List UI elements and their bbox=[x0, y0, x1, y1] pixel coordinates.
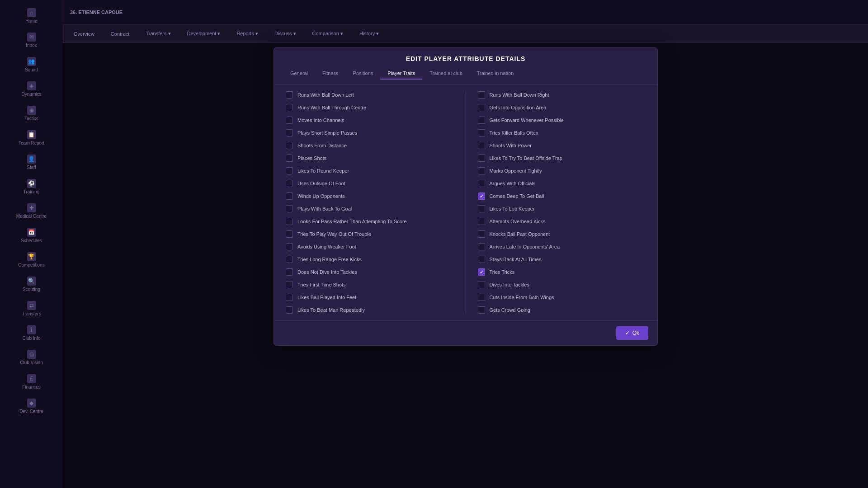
trait-dives-into-tackles[interactable]: Dives Into Tackles bbox=[475, 279, 649, 291]
sidebar-item-competitions[interactable]: 🏆 Competitions bbox=[0, 249, 63, 271]
sidebar-item-transfers[interactable]: ⇄ Transfers bbox=[0, 297, 63, 320]
checkbox-runs-ball-down-left[interactable] bbox=[286, 91, 293, 99]
trait-tries-first-time-shots[interactable]: Tries First Time Shots bbox=[283, 279, 457, 291]
sidebar-item-finances[interactable]: £ Finances bbox=[0, 371, 63, 393]
checkbox-uses-outside-of-foot[interactable] bbox=[286, 180, 293, 187]
sidebar-item-inbox[interactable]: ✉ Inbox bbox=[0, 29, 63, 52]
nav-comparison[interactable]: Comparison ▾ bbox=[309, 28, 347, 39]
sidebar-item-schedules[interactable]: 📅 Schedules bbox=[0, 224, 63, 247]
sidebar-item-club-vision[interactable]: ◎ Club Vision bbox=[0, 346, 63, 369]
trait-knocks-ball-past-opponent[interactable]: Knocks Ball Past Opponent bbox=[475, 228, 649, 240]
trait-gets-crowd-going[interactable]: Gets Crowd Going bbox=[475, 304, 649, 316]
trait-shoots-with-power[interactable]: Shoots With Power bbox=[475, 140, 649, 151]
checkbox-stays-back-at-all-times[interactable] bbox=[478, 256, 485, 263]
tab-trained-at-club[interactable]: Trained at club bbox=[422, 68, 469, 80]
checkbox-runs-ball-through-centre[interactable] bbox=[286, 104, 293, 111]
trait-argues-with-officials[interactable]: Argues With Officials bbox=[475, 178, 649, 189]
tab-positions[interactable]: Positions bbox=[346, 68, 381, 80]
sidebar-item-staff[interactable]: 👤 Staff bbox=[0, 151, 63, 174]
checkbox-tries-killer-balls-often[interactable] bbox=[478, 129, 485, 136]
sidebar-item-training[interactable]: ⚽ Training bbox=[0, 175, 63, 198]
checkbox-places-shots[interactable] bbox=[286, 155, 293, 162]
checkbox-comes-deep-to-get-ball[interactable] bbox=[478, 192, 485, 200]
trait-tries-long-range-free-kicks[interactable]: Tries Long Range Free Kicks bbox=[283, 253, 457, 265]
checkbox-marks-opponent-tightly[interactable] bbox=[478, 167, 485, 174]
checkbox-looks-for-pass-rather-than-score[interactable] bbox=[286, 218, 293, 225]
checkbox-plays-with-back-to-goal[interactable] bbox=[286, 205, 293, 212]
trait-looks-for-pass-rather-than-score[interactable]: Looks For Pass Rather Than Attempting To… bbox=[283, 216, 457, 227]
tab-trained-in-nation[interactable]: Trained in nation bbox=[470, 68, 521, 80]
nav-contract[interactable]: Contract bbox=[107, 29, 133, 39]
trait-does-not-dive-into-tackles[interactable]: Does Not Dive Into Tackles bbox=[283, 266, 457, 278]
checkbox-does-not-dive-into-tackles[interactable] bbox=[286, 268, 293, 276]
checkbox-knocks-ball-past-opponent[interactable] bbox=[478, 230, 485, 238]
checkbox-likes-to-round-keeper[interactable] bbox=[286, 167, 293, 174]
sidebar-item-dev-centre[interactable]: ◆ Dev. Centre bbox=[0, 395, 63, 418]
trait-runs-ball-through-centre[interactable]: Runs With Ball Through Centre bbox=[283, 102, 457, 113]
trait-moves-into-channels[interactable]: Moves Into Channels bbox=[283, 114, 457, 126]
checkbox-moves-into-channels[interactable] bbox=[286, 117, 293, 124]
checkbox-tries-first-time-shots[interactable] bbox=[286, 281, 293, 288]
checkbox-gets-forward-whenever-possible[interactable] bbox=[478, 117, 485, 124]
trait-shoots-from-distance[interactable]: Shoots From Distance bbox=[283, 140, 457, 151]
checkbox-cuts-inside-from-both-wings[interactable] bbox=[478, 294, 485, 301]
trait-tries-to-play-way-out-of-trouble[interactable]: Tries To Play Way Out Of Trouble bbox=[283, 228, 457, 240]
trait-uses-outside-of-foot[interactable]: Uses Outside Of Foot bbox=[283, 178, 457, 189]
checkbox-argues-with-officials[interactable] bbox=[478, 180, 485, 187]
checkbox-gets-into-opposition-area[interactable] bbox=[478, 104, 485, 111]
trait-likes-to-try-beat-offside-trap[interactable]: Likes To Try To Beat Offside Trap bbox=[475, 152, 649, 164]
trait-winds-up-opponents[interactable]: Winds Up Opponents bbox=[283, 190, 457, 202]
checkbox-likes-to-lob-keeper[interactable] bbox=[478, 205, 485, 212]
checkbox-shoots-with-power[interactable] bbox=[478, 142, 485, 149]
trait-attempts-overhead-kicks[interactable]: Attempts Overhead Kicks bbox=[475, 216, 649, 227]
ok-button[interactable]: ✓ Ok bbox=[616, 326, 648, 340]
tab-fitness[interactable]: Fitness bbox=[315, 68, 345, 80]
trait-likes-to-lob-keeper[interactable]: Likes To Lob Keeper bbox=[475, 203, 649, 215]
checkbox-tries-to-play-way-out-of-trouble[interactable] bbox=[286, 230, 293, 238]
checkbox-winds-up-opponents[interactable] bbox=[286, 192, 293, 200]
trait-likes-ball-played-into-feet[interactable]: Likes Ball Played Into Feet bbox=[283, 291, 457, 303]
nav-history[interactable]: History ▾ bbox=[356, 28, 382, 39]
checkbox-tries-tricks[interactable] bbox=[478, 268, 485, 276]
trait-places-shots[interactable]: Places Shots bbox=[283, 152, 457, 164]
trait-likes-to-beat-man-repeatedly[interactable]: Likes To Beat Man Repeatedly bbox=[283, 304, 457, 316]
checkbox-gets-crowd-going[interactable] bbox=[478, 306, 485, 314]
nav-development[interactable]: Development ▾ bbox=[184, 28, 224, 39]
trait-stays-back-at-all-times[interactable]: Stays Back At All Times bbox=[475, 253, 649, 265]
trait-runs-ball-down-right[interactable]: Runs With Ball Down Right bbox=[475, 89, 649, 101]
trait-plays-short-simple-passes[interactable]: Plays Short Simple Passes bbox=[283, 127, 457, 139]
tab-general[interactable]: General bbox=[283, 68, 315, 80]
checkbox-attempts-overhead-kicks[interactable] bbox=[478, 218, 485, 225]
trait-avoids-using-weaker-foot[interactable]: Avoids Using Weaker Foot bbox=[283, 241, 457, 253]
checkbox-likes-to-beat-man-repeatedly[interactable] bbox=[286, 306, 293, 314]
checkbox-arrives-late-in-opponents-area[interactable] bbox=[478, 243, 485, 250]
sidebar-item-team-report[interactable]: 📋 Team Report bbox=[0, 127, 63, 149]
checkbox-likes-to-try-beat-offside-trap[interactable] bbox=[478, 155, 485, 162]
sidebar-item-scouting[interactable]: 🔍 Scouting bbox=[0, 273, 63, 296]
trait-gets-forward-whenever-possible[interactable]: Gets Forward Whenever Possible bbox=[475, 114, 649, 126]
trait-likes-to-round-keeper[interactable]: Likes To Round Keeper bbox=[283, 165, 457, 177]
trait-gets-into-opposition-area[interactable]: Gets Into Opposition Area bbox=[475, 102, 649, 113]
checkbox-dives-into-tackles[interactable] bbox=[478, 281, 485, 288]
checkbox-avoids-using-weaker-foot[interactable] bbox=[286, 243, 293, 250]
nav-reports[interactable]: Reports ▾ bbox=[233, 28, 262, 39]
sidebar-item-home[interactable]: ⌂ Home bbox=[0, 5, 63, 27]
checkbox-tries-long-range-free-kicks[interactable] bbox=[286, 256, 293, 263]
nav-overview[interactable]: Overview bbox=[70, 29, 98, 39]
checkbox-likes-ball-played-into-feet[interactable] bbox=[286, 294, 293, 301]
trait-marks-opponent-tightly[interactable]: Marks Opponent Tightly bbox=[475, 165, 649, 177]
trait-cuts-inside-from-both-wings[interactable]: Cuts Inside From Both Wings bbox=[475, 291, 649, 303]
trait-plays-with-back-to-goal[interactable]: Plays With Back To Goal bbox=[283, 203, 457, 215]
sidebar-item-tactics[interactable]: ◉ Tactics bbox=[0, 102, 63, 125]
tab-player-traits[interactable]: Player Traits bbox=[380, 68, 422, 80]
trait-tries-tricks[interactable]: Tries Tricks bbox=[475, 266, 649, 278]
nav-transfers[interactable]: Transfers ▾ bbox=[142, 28, 174, 39]
trait-tries-killer-balls-often[interactable]: Tries Killer Balls Often bbox=[475, 127, 649, 139]
trait-comes-deep-to-get-ball[interactable]: Comes Deep To Get Ball bbox=[475, 190, 649, 202]
checkbox-runs-ball-down-right[interactable] bbox=[478, 91, 485, 99]
nav-discuss[interactable]: Discuss ▾ bbox=[271, 28, 300, 39]
sidebar-item-dynamics[interactable]: ◈ Dynamics bbox=[0, 78, 63, 100]
trait-runs-ball-down-left[interactable]: Runs With Ball Down Left bbox=[283, 89, 457, 101]
sidebar-item-club-info[interactable]: ℹ Club Info bbox=[0, 322, 63, 344]
trait-arrives-late-in-opponents-area[interactable]: Arrives Late In Opponents' Area bbox=[475, 241, 649, 253]
